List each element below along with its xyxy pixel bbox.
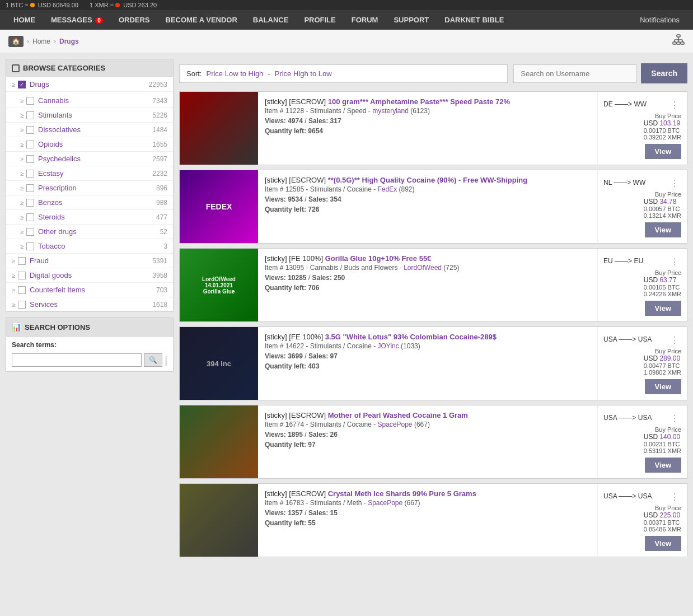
listing-card-1: FEDEX [sticky] [ESCROW] **(0.5G)** High … [179, 170, 687, 244]
sidebar-item-psychedelics[interactable]: ≥ Psychedelics 2597 [6, 152, 173, 166]
listing-more-4[interactable]: ⋮ [668, 411, 681, 426]
sort-high-to-low[interactable]: Price High to Low [275, 69, 332, 78]
listing-body-2: [sticky] [FE 100%] Gorilla Glue 10g+10% … [258, 249, 597, 321]
listing-more-1[interactable]: ⋮ [668, 176, 681, 191]
sidebar-item-fraud[interactable]: ≥ Fraud 5391 [6, 254, 173, 268]
messages-badge: 0 [95, 17, 103, 24]
listing-qty-1: Quantity left: 726 [265, 206, 591, 213]
ecstasy-checkbox[interactable] [26, 170, 34, 178]
listing-card-2: LordOfWeed14.01.2021Gorilla Glue [sticky… [179, 248, 687, 322]
other-drugs-checkbox[interactable] [26, 228, 34, 236]
listing-stats-3: Views: 3699 / Sales: 97 [265, 352, 591, 360]
listing-meta-4: Item # 16774 - Stimulants / Cocaine - Sp… [265, 421, 591, 428]
sidebar-search-input[interactable] [12, 353, 142, 367]
sidebar-item-steroids[interactable]: ≥ Steroids 477 [6, 210, 173, 225]
breadcrumb-current: Drugs [59, 38, 79, 45]
view-button-1[interactable]: View [645, 222, 681, 237]
nav-forum[interactable]: FORUM [344, 10, 386, 30]
prescription-checkbox[interactable] [26, 184, 34, 192]
sidebar-item-drugs[interactable]: ≥ Drugs 22953 [6, 77, 173, 92]
digital-goods-checkbox[interactable] [18, 272, 26, 279]
nav-orders[interactable]: ORDERS [111, 10, 158, 30]
other-drugs-count: 52 [160, 228, 167, 236]
stimulants-checkbox[interactable] [26, 111, 34, 119]
sidebar-item-ecstasy[interactable]: ≥ Ecstasy 2232 [6, 166, 173, 181]
benzos-checkbox[interactable] [26, 199, 34, 207]
nav-balance[interactable]: BALANCE [245, 10, 297, 30]
cannabis-checkbox[interactable] [26, 97, 34, 105]
listing-more-0[interactable]: ⋮ [668, 97, 681, 113]
sidebar-item-digital-goods[interactable]: ≥ Digital goods 3958 [6, 268, 173, 283]
listing-body-0: [sticky] [ESCROW] 100 gram*** Amphetamin… [258, 92, 597, 165]
bar-chart-icon: 📊 [12, 323, 21, 332]
psychedelics-checkbox[interactable] [26, 155, 34, 163]
view-button-4[interactable]: View [645, 458, 681, 473]
listing-card-3: 394 Inc [sticky] [FE 100%] 3.5G "White L… [179, 326, 687, 400]
vendor-link-0[interactable]: mysteryland [372, 107, 409, 115]
listing-meta-3: Item # 14622 - Stimulants / Cocaine - JO… [265, 342, 591, 350]
chevron-icon: ≥ [20, 127, 24, 133]
sidebar-item-stimulants[interactable]: ≥ Stimulants 5226 [6, 108, 173, 123]
sidebar-item-other-drugs[interactable]: ≥ Other drugs 52 [6, 225, 173, 239]
counterfeit-checkbox[interactable] [18, 286, 26, 294]
sidebar-item-tobacco[interactable]: ≥ Tobacco 3 [6, 239, 173, 254]
view-button-3[interactable]: View [645, 379, 681, 394]
vendor-link-2[interactable]: LordOfWeed [404, 264, 442, 272]
sidebar-search-button[interactable]: 🔍 [144, 353, 162, 367]
breadcrumb-sep2: › [54, 38, 56, 45]
main-layout: BROWSE CATEGORIES ≥ Drugs 22953 ≥ Cannab… [0, 53, 693, 567]
svg-rect-1 [673, 42, 676, 44]
listing-more-3[interactable]: ⋮ [668, 333, 681, 348]
sort-low-to-high[interactable]: Price Low to High [206, 69, 263, 78]
services-checkbox[interactable] [18, 301, 26, 309]
chevron-icon: ≥ [20, 170, 24, 177]
listing-more-5[interactable]: ⋮ [668, 489, 681, 505]
benzos-label: Benzos [38, 198, 156, 207]
search-terms-label: Search terms: [6, 337, 173, 351]
nav-become-vendor[interactable]: BECOME A VENDOR [158, 10, 245, 30]
vendor-link-4[interactable]: SpacePope [377, 421, 412, 428]
username-search-button[interactable]: Search [641, 63, 687, 83]
sidebar-item-dissociatives[interactable]: ≥ Dissociatives 1484 [6, 123, 173, 137]
opioids-checkbox[interactable] [26, 141, 34, 148]
breadcrumb-home-link[interactable]: Home [32, 38, 50, 45]
view-button-0[interactable]: View [645, 144, 681, 159]
buy-price-4: Buy Price USD 140.00 0.00231 BTC 0.53191… [644, 426, 681, 454]
username-search-input[interactable] [513, 64, 636, 83]
vendor-link-5[interactable]: SpacePope [368, 499, 402, 507]
sidebar-item-counterfeit[interactable]: ≥ Counterfeit Items 703 [6, 283, 173, 297]
sort-label: Sort: [186, 69, 202, 78]
tobacco-checkbox[interactable] [26, 242, 34, 250]
view-button-5[interactable]: View [645, 536, 681, 551]
steroids-checkbox[interactable] [26, 213, 34, 221]
nav-home[interactable]: HOME [6, 10, 43, 30]
vendor-link-3[interactable]: JOYinc [377, 342, 399, 350]
nav-messages[interactable]: MESSAGES 0 [43, 10, 111, 30]
nav-support[interactable]: SUPPORT [386, 10, 437, 30]
opioids-count: 1655 [152, 141, 167, 148]
listing-more-2[interactable]: ⋮ [668, 254, 681, 269]
sidebar-item-cannabis[interactable]: ≥ Cannabis 7343 [6, 94, 173, 108]
listing-route-5: USA ——> USA [603, 492, 652, 500]
fraud-checkbox[interactable] [18, 257, 26, 265]
listing-img-3: 394 Inc [180, 327, 258, 400]
sidebar-item-opioids[interactable]: ≥ Opioids 1655 [6, 137, 173, 152]
listing-card-0: [sticky] [ESCROW] 100 gram*** Amphetamin… [179, 91, 687, 165]
listing-body-4: [sticky] [ESCROW] Mother of Pearl Washed… [258, 405, 597, 478]
svg-rect-0 [677, 35, 680, 37]
breadcrumb-home-icon[interactable]: 🏠 [8, 36, 24, 47]
drugs-checkbox[interactable] [18, 81, 26, 88]
vendor-link-1[interactable]: FedEx [377, 185, 397, 193]
sidebar-item-prescription[interactable]: ≥ Prescription 896 [6, 181, 173, 195]
sidebar-item-benzos[interactable]: ≥ Benzos 988 [6, 195, 173, 210]
sidebar-item-services[interactable]: ≥ Services 1618 [6, 297, 173, 311]
dissociatives-checkbox[interactable] [26, 126, 34, 134]
listing-right-3: USA ——> USA ⋮ Buy Price USD 289.00 0.004… [597, 327, 687, 400]
listing-right-2: EU ——> EU ⋮ Buy Price USD 63.77 0.00105 … [597, 249, 687, 321]
view-button-2[interactable]: View [645, 301, 681, 316]
buy-price-2: Buy Price USD 63.77 0.00105 BTC 0.24226 … [644, 269, 681, 297]
nav-notifications[interactable]: Notifications [632, 10, 687, 30]
browse-icon [12, 64, 20, 72]
nav-profile[interactable]: PROFILE [296, 10, 343, 30]
nav-darknet-bible[interactable]: DARKNET BIBLE [437, 10, 512, 30]
